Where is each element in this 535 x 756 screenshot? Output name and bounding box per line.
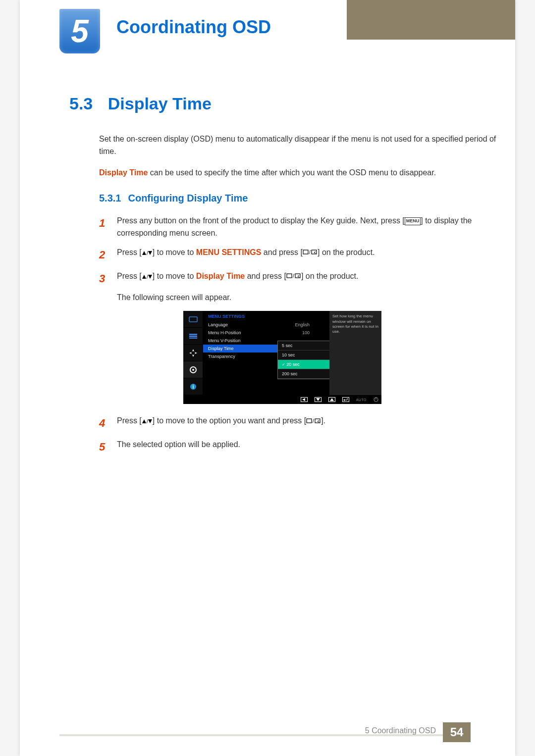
source-enter-icon: / bbox=[306, 415, 321, 428]
power-icon bbox=[374, 397, 378, 402]
svg-marker-16 bbox=[192, 349, 194, 352]
svg-rect-35 bbox=[315, 419, 320, 423]
up-down-icon: / bbox=[142, 415, 153, 428]
step-4: 4 Press [/] to move to the option you wa… bbox=[99, 415, 500, 432]
step-body: Press [/] to move to Display Time and pr… bbox=[117, 270, 500, 287]
osd-menu-title: MENU SETTINGS bbox=[203, 311, 315, 321]
step-number: 5 bbox=[99, 439, 117, 455]
svg-marker-27 bbox=[343, 399, 345, 401]
svg-rect-5 bbox=[312, 250, 317, 254]
header-stripe bbox=[347, 0, 515, 40]
svg-marker-30 bbox=[142, 419, 146, 423]
svg-marker-0 bbox=[142, 251, 146, 255]
subsection-heading: 5.3.1Configuring Display Time bbox=[99, 193, 500, 204]
svg-rect-12 bbox=[189, 317, 197, 322]
svg-text:/: / bbox=[147, 419, 148, 424]
svg-rect-15 bbox=[189, 338, 197, 339]
step-body: Press [/] to move to MENU SETTINGS and p… bbox=[117, 247, 500, 263]
svg-marker-25 bbox=[316, 398, 320, 401]
step-2: 2 Press [/] to move to MENU SETTINGS and… bbox=[99, 247, 500, 263]
up-down-icon: / bbox=[142, 247, 153, 259]
svg-rect-3 bbox=[303, 250, 308, 254]
intro-paragraph-1: Set the on-screen display (OSD) menu to … bbox=[99, 133, 500, 158]
display-time-label: Display Time bbox=[196, 272, 245, 280]
svg-rect-14 bbox=[189, 336, 197, 337]
step-3: 3 Press [/] to move to Display Time and … bbox=[99, 270, 500, 287]
svg-marker-2 bbox=[148, 251, 152, 255]
picture-tab-icon bbox=[183, 311, 203, 328]
footer-chapter-label: 5 Coordinating OSD bbox=[365, 726, 436, 735]
svg-rect-11 bbox=[295, 274, 300, 278]
osd-row-language: LanguageEnglish bbox=[203, 321, 315, 329]
svg-point-21 bbox=[192, 369, 194, 371]
step-number: 2 bbox=[99, 247, 117, 263]
svg-marker-19 bbox=[195, 352, 197, 354]
chapter-title: Coordinating OSD bbox=[116, 17, 271, 38]
step-number: 1 bbox=[99, 215, 117, 240]
svg-text:/: / bbox=[147, 274, 148, 280]
menu-settings-label: MENU SETTINGS bbox=[196, 248, 262, 256]
down-icon bbox=[315, 397, 321, 402]
color-tab-icon bbox=[183, 328, 203, 345]
menu-settings-tab-icon bbox=[183, 361, 203, 378]
menu-button-label: MENU bbox=[405, 217, 421, 225]
osd-option-5sec: 5 sec bbox=[278, 341, 331, 351]
left-icon bbox=[301, 397, 308, 402]
step-number: 3 bbox=[99, 270, 117, 287]
step-3-followup: The following screen will appear. bbox=[117, 293, 500, 302]
step-body: Press any button on the front of the pro… bbox=[117, 215, 500, 240]
step-body: Press [/] to move to the option you want… bbox=[117, 415, 500, 432]
up-down-icon: / bbox=[142, 270, 153, 283]
svg-marker-17 bbox=[192, 354, 194, 357]
osd-option-200sec: 200 sec bbox=[278, 369, 331, 379]
svg-marker-32 bbox=[148, 419, 152, 423]
svg-marker-24 bbox=[302, 398, 305, 401]
osd-submenu: 5 sec 10 sec 20 sec 200 sec bbox=[277, 341, 332, 379]
source-enter-icon: / bbox=[303, 247, 318, 259]
osd-screenshot: i MENU SETTINGS LanguageEnglish Menu H-P… bbox=[183, 311, 381, 404]
intro-highlight: Display Time bbox=[99, 168, 148, 177]
section-title: Display Time bbox=[108, 94, 212, 113]
osd-row-h-position: Menu H-Position100 bbox=[203, 329, 315, 337]
osd-button-strip: AUTO bbox=[183, 395, 381, 404]
svg-marker-18 bbox=[189, 352, 192, 354]
subsection-title: Configuring Display Time bbox=[128, 193, 248, 203]
auto-label: AUTO bbox=[356, 398, 367, 402]
step-body: The selected option will be applied. bbox=[117, 439, 500, 455]
source-enter-icon: / bbox=[286, 270, 301, 283]
section-number: 5.3 bbox=[69, 94, 93, 113]
enter-icon bbox=[342, 397, 349, 402]
osd-sidebar: i bbox=[183, 311, 203, 395]
osd-option-10sec: 10 sec bbox=[278, 351, 331, 360]
up-icon bbox=[328, 397, 335, 402]
svg-rect-13 bbox=[189, 334, 197, 335]
subsection-number: 5.3.1 bbox=[99, 193, 121, 203]
svg-text:/: / bbox=[293, 273, 294, 279]
info-tab-icon: i bbox=[183, 378, 203, 395]
svg-text:/: / bbox=[147, 251, 148, 256]
intro-rest: can be used to specify the time after wh… bbox=[148, 168, 436, 177]
svg-marker-8 bbox=[148, 275, 152, 279]
svg-marker-6 bbox=[142, 275, 146, 279]
svg-text:/: / bbox=[313, 418, 314, 424]
page-number: 54 bbox=[443, 722, 471, 742]
svg-rect-9 bbox=[287, 274, 292, 278]
size-tab-icon bbox=[183, 345, 203, 361]
step-number: 4 bbox=[99, 415, 117, 432]
intro-paragraph-2: Display Time can be used to specify the … bbox=[99, 167, 500, 179]
osd-help-text: Set how long the menu window will remain… bbox=[329, 311, 381, 395]
svg-text:/: / bbox=[309, 250, 311, 255]
osd-option-20sec: 20 sec bbox=[278, 360, 331, 369]
chapter-tab: 5 bbox=[59, 9, 100, 53]
step-1: 1 Press any button on the front of the p… bbox=[99, 215, 500, 240]
svg-text:i: i bbox=[192, 384, 194, 390]
svg-rect-33 bbox=[307, 419, 312, 423]
step-5: 5 The selected option will be applied. bbox=[99, 439, 500, 455]
section-heading: 5.3 Display Time bbox=[69, 94, 500, 113]
svg-marker-26 bbox=[330, 398, 334, 401]
